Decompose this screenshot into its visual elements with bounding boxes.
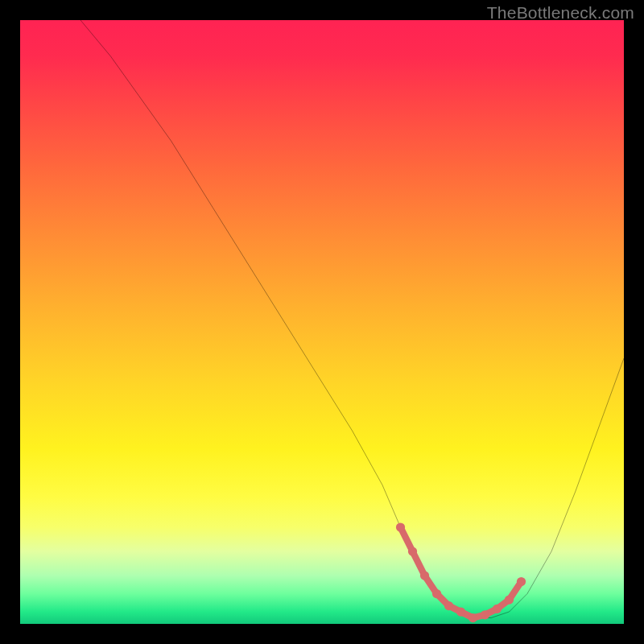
curve-layer bbox=[20, 20, 624, 624]
plot-area bbox=[20, 20, 624, 624]
highlight-dot bbox=[408, 547, 417, 555]
highlight-dot bbox=[493, 605, 502, 613]
highlight-dot bbox=[456, 607, 465, 616]
chart-canvas: TheBottleneck.com bbox=[0, 0, 644, 644]
highlight-dot bbox=[432, 589, 441, 598]
main-curve bbox=[80, 20, 624, 618]
highlight-dot bbox=[481, 610, 489, 619]
highlight-dot bbox=[469, 613, 477, 622]
highlight-path bbox=[401, 527, 522, 618]
highlight-dot bbox=[420, 571, 429, 580]
highlight-dot bbox=[396, 522, 405, 531]
highlight-dot bbox=[517, 577, 526, 586]
highlight-dot bbox=[505, 595, 514, 604]
optimal-zone bbox=[396, 522, 526, 622]
highlight-dot bbox=[444, 601, 453, 610]
